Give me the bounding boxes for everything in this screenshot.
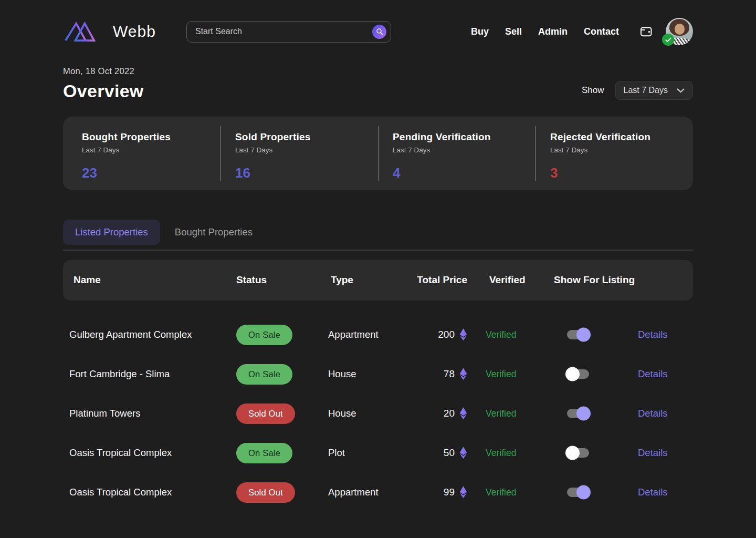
property-price: 99 [407,486,467,499]
nav-link-admin[interactable]: Admin [538,26,568,37]
property-type: House [328,408,407,419]
details-link[interactable]: Details [638,487,668,498]
main-nav: Buy Sell Admin Contact [471,26,619,37]
avatar-face [675,24,685,35]
toggle-knob [565,367,580,381]
details-link[interactable]: Details [638,408,668,419]
ethereum-icon [459,328,467,341]
filter-dropdown[interactable]: Last 7 Days [615,81,693,100]
column-header-price: Total Price [407,274,467,286]
listing-toggle[interactable] [567,409,589,418]
stat-bought-properties: Bought Properties Last 7 Days 23 [63,117,220,190]
status-badge: On Sale [236,325,292,345]
price-value: 78 [444,368,455,380]
price-value: 50 [444,447,455,459]
search-input[interactable] [195,27,372,36]
page-title: Overview [63,81,144,101]
stat-rejected-verification: Rejected Verification Last 7 Days 3 [536,117,693,190]
stat-title: Rejected Verification [550,131,693,143]
top-navigation-bar: Webb Buy Sell Admin Contact [63,18,693,45]
tab-listed-properties[interactable]: Listed Properties [63,220,160,245]
verified-status: Verified [467,369,554,380]
wallet-button[interactable] [639,25,653,38]
stat-value: 16 [235,165,378,181]
property-name: Oasis Tropical Complex [63,487,231,498]
table-body: Gulberg Apartment Complex On Sale Appart… [63,315,693,512]
user-avatar[interactable] [666,18,693,45]
table-row: Gulberg Apartment Complex On Sale Appart… [63,315,693,355]
verified-status: Verified [467,487,554,498]
ethereum-icon [459,368,467,380]
stats-summary-card: Bought Properties Last 7 Days 23 Sold Pr… [63,117,693,190]
stat-title: Bought Properties [82,131,220,143]
ethereum-icon [459,407,467,420]
status-badge: On Sale [236,443,292,463]
brand-name: Webb [113,23,156,40]
property-price: 50 [407,447,467,459]
listing-toggle[interactable] [567,488,589,497]
show-label: Show [582,85,604,96]
nav-link-buy[interactable]: Buy [471,26,489,37]
nav-link-contact[interactable]: Contact [584,26,619,37]
price-value: 20 [444,408,455,419]
listing-toggle[interactable] [567,369,589,379]
toggle-knob [576,328,591,342]
listing-toggle[interactable] [567,448,589,458]
table-row: Platinum Towers Sold Out House 20 Verifi… [63,394,693,433]
stat-value: 3 [550,165,693,181]
toggle-knob [576,407,591,421]
nav-link-sell[interactable]: Sell [505,26,522,37]
tabs-divider [63,250,693,251]
page-header-left: Mon, 18 Oct 2022 Overview [63,66,144,101]
property-type: House [328,368,407,380]
stat-title: Pending Verification [393,131,536,143]
column-header-show: Show For Listing [554,274,638,286]
status-badge: Sold Out [236,404,295,424]
search-button[interactable] [372,25,386,39]
brand: Webb [63,20,186,43]
details-link[interactable]: Details [638,447,668,458]
stat-value: 23 [82,165,220,181]
verified-status: Verified [467,408,554,419]
property-name: Platinum Towers [63,408,231,419]
stat-subtitle: Last 7 Days [550,146,693,154]
details-link[interactable]: Details [638,329,668,340]
column-header-type: Type [328,274,407,286]
stat-pending-verification: Pending Verification Last 7 Days 4 [378,117,536,190]
toggle-knob [565,446,580,460]
search-bar [186,21,391,43]
property-name: Fort Cambridge - Slima [63,368,231,380]
table-header-row: Name Status Type Total Price Verified Sh… [63,260,693,301]
property-type: Plot [328,447,407,459]
property-name: Oasis Tropical Complex [63,447,231,459]
property-tabs: Listed Properties Bought Properties [63,220,693,245]
property-price: 78 [407,368,467,380]
status-badge: On Sale [236,364,292,385]
current-date: Mon, 18 Oct 2022 [63,66,144,76]
stat-subtitle: Last 7 Days [235,146,378,154]
search-icon [376,28,383,35]
table-row: Oasis Tropical Complex Sold Out Appartme… [63,473,693,512]
details-link[interactable]: Details [638,368,668,379]
listed-properties-table: Name Status Type Total Price Verified Sh… [63,260,693,512]
status-badge: Sold Out [236,482,295,503]
wallet-icon [639,25,653,38]
listing-toggle[interactable] [567,330,589,339]
price-value: 99 [444,487,455,498]
tab-bought-properties[interactable]: Bought Properties [175,220,253,245]
stat-value: 4 [393,165,536,181]
chevron-down-icon [677,88,685,93]
verified-account-badge [662,34,674,46]
price-value: 200 [438,329,455,340]
property-price: 200 [407,328,467,341]
column-header-verified: Verified [467,274,554,286]
check-icon [665,37,671,43]
column-header-name: Name [63,274,231,286]
verified-status: Verified [467,448,554,459]
property-type: Appartment [328,329,407,340]
property-price: 20 [407,407,467,420]
table-row: Fort Cambridge - Slima On Sale House 78 … [63,355,693,394]
page-header: Mon, 18 Oct 2022 Overview Show Last 7 Da… [63,66,693,101]
filter-dropdown-value: Last 7 Days [624,86,668,95]
ethereum-icon [459,486,467,499]
